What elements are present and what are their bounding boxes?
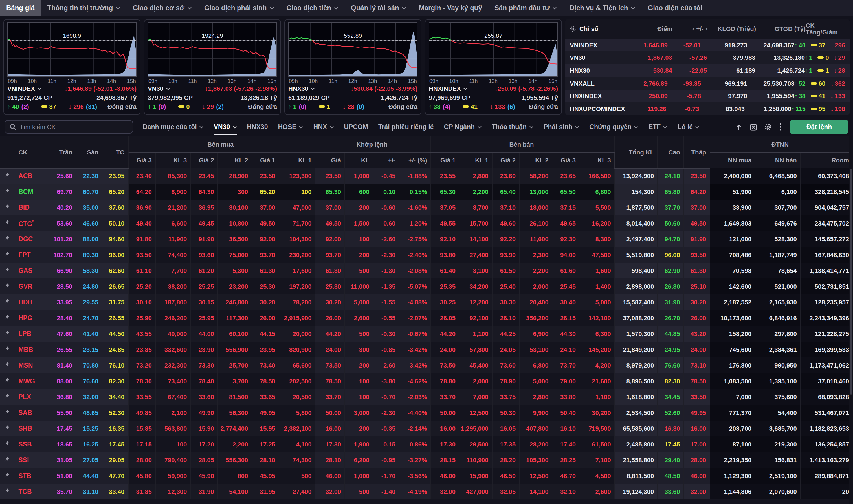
stock-row-bid[interactable]: BID40.2035.0037.6036.9021,20036.9530,100… (0, 200, 853, 215)
nav-item-margin-vay-k-qu-[interactable]: Margin - Vay ký quỹ (413, 0, 488, 16)
ticker-symbol[interactable]: HDB (14, 294, 49, 310)
ticker-symbol[interactable]: CTG° (14, 215, 49, 231)
gear-icon[interactable] (570, 26, 576, 32)
pin-icon[interactable] (0, 420, 14, 436)
stock-row-tcb[interactable]: TCB35.7031.1033.4031.8512,30031.9054,100… (0, 484, 853, 500)
tab-hnx30[interactable]: HNX30 (242, 117, 273, 137)
index-row-vnxall[interactable]: VNXALL2,766.89-93.35969.19125,530.703↑ 5… (565, 77, 850, 90)
search-box[interactable] (4, 120, 133, 133)
ticker-symbol[interactable]: STB (14, 468, 49, 484)
prev-arrow[interactable]: ‹ (693, 26, 695, 32)
ticker-symbol[interactable]: PLX (14, 389, 49, 405)
nav-item-qu-n-l-t-i-s-n[interactable]: Quản lý tài sản (345, 0, 413, 16)
stock-row-stb[interactable]: STB51.0044.4047.7045.8059,90045.9080045.… (0, 468, 853, 484)
ticker-symbol[interactable]: SSI (14, 452, 49, 468)
scrollbar-thumb[interactable] (850, 169, 852, 395)
stock-row-dgc[interactable]: DGC101.2088.0094.6091.8011,90091.9036,50… (0, 231, 853, 247)
ticker-symbol[interactable]: MSN (14, 357, 49, 373)
pin-icon[interactable] (0, 200, 14, 215)
nav-item-giao-d-ch-c-s-[interactable]: Giao dịch cơ sở (126, 0, 198, 16)
index-selector[interactable]: VN30 (148, 84, 170, 93)
pin-icon[interactable] (0, 405, 14, 420)
ticker-symbol[interactable]: HPG (14, 310, 49, 326)
tab-ph-i-sinh[interactable]: Phái sinh (539, 117, 584, 137)
stock-row-ssi[interactable]: SSI31.0527.0529.0528.00790,40028.05556,3… (0, 452, 853, 468)
ticker-symbol[interactable]: BCM (14, 184, 49, 200)
nav-item-giao-d-ch-ph-i-sinh[interactable]: Giao dịch phái sinh (198, 0, 280, 16)
tab-cp-ng-nh[interactable]: CP Ngành (439, 117, 487, 137)
tab-etf[interactable]: ETF (643, 117, 673, 137)
stock-row-hpg[interactable]: HPG28.4024.7026.5525.90246,20025.95117,3… (0, 310, 853, 326)
ticker-symbol[interactable]: GAS (14, 263, 49, 278)
stock-row-ctg[interactable]: CTG°53.6046.6050.1049.406,60049.4510,800… (0, 215, 853, 231)
kebab-menu-icon[interactable] (779, 123, 782, 131)
tab-hnx[interactable]: HNX (308, 117, 339, 137)
nav-item-d-ch-v-ti-n-ch[interactable]: Dịch vụ & Tiện ích (563, 0, 642, 16)
pin-icon[interactable] (0, 310, 14, 326)
pin-icon[interactable] (0, 168, 14, 184)
pin-icon[interactable] (0, 184, 14, 200)
stock-row-sab[interactable]: SAB55.9048.6552.3049.852,10049.9056,3004… (0, 405, 853, 420)
pin-icon[interactable] (0, 342, 14, 357)
stock-row-mbb[interactable]: MBB26.5523.1524.8523.85332,60023.90556,9… (0, 342, 853, 357)
ticker-symbol[interactable]: BID (14, 200, 49, 215)
ticker-symbol[interactable]: SHB (14, 420, 49, 436)
stock-row-plx[interactable]: PLX36.8032.0034.4033.5567,40033.6081,500… (0, 389, 853, 405)
tab-ch-ng-quy-n[interactable]: Chứng quyền (584, 117, 643, 137)
index-selector[interactable]: VNINDEX (7, 84, 42, 93)
gear-icon[interactable] (764, 123, 772, 130)
stock-row-mwg[interactable]: MWG88.0076.6082.3078.3073,40078.403,7007… (0, 373, 853, 389)
index-row-hnxupcomindex[interactable]: HNXUPCOMINDEX119.26-0.7383.9431,258.000↑… (565, 102, 850, 115)
tab-vn30[interactable]: VN30 (209, 117, 242, 137)
index-selector[interactable]: HNX30 (288, 84, 315, 93)
stock-row-gvr[interactable]: GVR28.5024.8026.6525.2038,20025.2523,200… (0, 278, 853, 294)
ticker-symbol[interactable]: SSB (14, 436, 49, 452)
ticker-symbol[interactable]: TCB (14, 484, 49, 500)
tab-hose[interactable]: HOSE (273, 117, 308, 137)
nav-item-giao-d-ch-ti-n[interactable]: Giao dịch tiền (280, 0, 345, 16)
pin-icon[interactable] (0, 468, 14, 484)
index-row-hnx30[interactable]: HNX30530.84-22.0561.1891,426.724↑ 11↓ 28 (565, 64, 850, 77)
pin-icon[interactable] (0, 389, 14, 405)
pin-icon[interactable] (0, 278, 14, 294)
pin-icon[interactable] (0, 436, 14, 452)
tab-th-a-thu-n[interactable]: Thỏa thuận (487, 117, 539, 137)
nav-item-b-ng-gi-[interactable]: Bảng giá (0, 0, 41, 16)
stock-row-hdb[interactable]: HDB33.9529.5531.7530.10187,80030.15246,8… (0, 294, 853, 310)
index-row-vnindex[interactable]: VNINDEX1,646.89-52.01919.27324,698.367↑ … (565, 39, 850, 51)
index-selector[interactable]: HNXINDEX (429, 84, 468, 93)
pin-icon[interactable] (0, 357, 14, 373)
stock-row-gas[interactable]: GAS66.9058.3062.6061.107,70061.205,30061… (0, 263, 853, 278)
nav-item-giao-di-n-c-a-t-i[interactable]: Giao diện của tôi (642, 0, 709, 16)
ticker-symbol[interactable]: DGC (14, 231, 49, 247)
stock-row-acb[interactable]: ACB25.6022.3023.9523.4085,30023.4528,900… (0, 168, 853, 184)
tab-upcom[interactable]: UPCOM (339, 117, 373, 137)
export-icon[interactable] (735, 123, 743, 130)
pin-icon[interactable] (0, 452, 14, 468)
pin-icon[interactable] (0, 231, 14, 247)
stock-row-msn[interactable]: MSN81.4070.8076.1073.20232,30073.3025,70… (0, 357, 853, 373)
stock-row-lpb[interactable]: LPB47.6041.4044.5043.5540,00044.0060,100… (0, 326, 853, 342)
ticker-symbol[interactable]: SAB (14, 405, 49, 420)
stock-row-ssb[interactable]: SSB18.6516.2517.4517.1510017.202,20017.2… (0, 436, 853, 452)
tab-danh-m-c-c-a-t-i[interactable]: Danh mục của tôi (138, 117, 209, 137)
pin-icon[interactable] (0, 484, 14, 500)
pin-icon[interactable] (0, 373, 14, 389)
stock-row-fpt[interactable]: FPT102.7089.3096.0093.5074,40093.6075,00… (0, 247, 853, 263)
pin-icon[interactable] (0, 294, 14, 310)
ticker-symbol[interactable]: ACB (14, 168, 49, 184)
index-row-vn30[interactable]: VN301,867.03-57.26379.98313,326.180↑ 10↓… (565, 51, 850, 64)
pin-icon[interactable] (0, 326, 14, 342)
place-order-button[interactable]: Đặt lệnh (790, 120, 849, 134)
nav-item-th-ng-tin-th-tr-ng[interactable]: Thông tin thị trường (41, 0, 126, 16)
pin-icon[interactable] (0, 263, 14, 278)
index-row-hnxindex[interactable]: HNXINDEX250.09-5.7897.9701,955.594↑ 3841… (565, 90, 850, 102)
search-input[interactable] (20, 124, 128, 130)
stock-row-shb[interactable]: SHB17.4515.2516.3515.85563,80015.902,774… (0, 420, 853, 436)
excel-icon[interactable] (750, 123, 757, 130)
ticker-symbol[interactable]: LPB (14, 326, 49, 342)
pin-icon[interactable] (0, 247, 14, 263)
pin-icon[interactable] (0, 215, 14, 231)
ticker-symbol[interactable]: MWG (14, 373, 49, 389)
ticker-symbol[interactable]: FPT (14, 247, 49, 263)
